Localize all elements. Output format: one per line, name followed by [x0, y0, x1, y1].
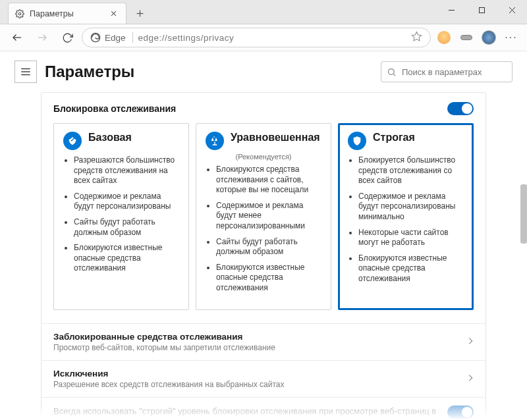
- settings-header: Параметры Поиск в параметрах: [0, 51, 527, 92]
- inprivate-strict-row: Всегда использовать "строгий" уровень бл…: [42, 397, 485, 420]
- row-subtitle: Просмотр веб-сайтов, которым мы запретил…: [53, 343, 460, 352]
- tracking-card-basic[interactable]: Базовая Разрешаются большинство средств …: [53, 123, 189, 310]
- page-title: Параметры: [45, 63, 134, 81]
- row-subtitle: Разрешение всех средств отслеживания на …: [53, 380, 460, 389]
- card-item: Блокируются средства отслеживания с сайт…: [216, 165, 321, 196]
- svg-line-17: [393, 74, 395, 76]
- new-tab-button[interactable]: [130, 4, 149, 22]
- card-item: Сайты будут работать должным образом: [216, 237, 321, 257]
- card-title: Базовая: [88, 132, 132, 144]
- svg-rect-6: [479, 7, 484, 13]
- site-identity-label: Edge: [105, 33, 126, 43]
- card-title: Уравновешенная: [231, 132, 320, 144]
- profile-button[interactable]: [480, 28, 498, 47]
- extension-1[interactable]: [435, 28, 453, 47]
- tab-title: Параметры: [30, 9, 74, 18]
- tracking-card-balanced[interactable]: Уравновешенная (Рекомендуется) Блокируют…: [196, 123, 331, 310]
- card-item: Блокируются известные опасные средства о…: [358, 253, 464, 284]
- svg-point-16: [389, 68, 395, 74]
- tab-strip: Параметры: [0, 3, 149, 24]
- back-button[interactable]: [7, 27, 28, 48]
- favorite-button[interactable]: [411, 31, 422, 44]
- avatar-icon: [482, 30, 496, 45]
- balanced-icon: [206, 132, 224, 150]
- address-bar[interactable]: Edge edge://settings/privacy: [82, 28, 431, 47]
- inprivate-strict-toggle[interactable]: [447, 406, 474, 419]
- card-item: Блокируется большинство средств отслежив…: [358, 155, 464, 186]
- recommended-label: (Рекомендуется): [206, 153, 321, 161]
- row-title: Заблокированные средства отслеживания: [53, 332, 460, 342]
- svg-point-0: [18, 13, 21, 15]
- card-title: Строгая: [373, 132, 415, 144]
- card-item: Содержимое и реклама будут менее персона…: [216, 201, 321, 232]
- forward-button[interactable]: [32, 27, 53, 48]
- card-item: Содержимое и реклама будут персонализиро…: [358, 192, 464, 223]
- window-minimize-button[interactable]: [436, 0, 466, 20]
- svg-marker-12: [412, 32, 421, 40]
- search-icon: [387, 67, 397, 77]
- browser-toolbar: Edge edge://settings/privacy ···: [0, 24, 527, 51]
- tracking-prevention-toggle[interactable]: [447, 102, 474, 115]
- blocked-trackers-row[interactable]: Заблокированные средства отслеживания Пр…: [42, 323, 485, 360]
- tab-close-button[interactable]: [107, 8, 119, 20]
- titlebar: Параметры: [0, 0, 527, 24]
- extension-2[interactable]: [457, 28, 476, 47]
- settings-menu-button[interactable]: [14, 61, 37, 83]
- strict-icon: [348, 132, 366, 150]
- chevron-right-icon: [467, 373, 474, 384]
- url-text: edge://settings/privacy: [138, 33, 235, 43]
- card-item: Некоторые части сайтов могут не работать: [358, 228, 464, 248]
- site-identity: Edge: [90, 32, 133, 43]
- row-title: Исключения: [53, 369, 460, 379]
- gear-icon: [15, 9, 24, 18]
- tracking-prevention-panel: Блокировка отслеживания Базовая Разрешаю…: [41, 92, 486, 420]
- tracking-card-strict[interactable]: Строгая Блокируется большинство средств …: [338, 123, 474, 310]
- tracking-prevention-label: Блокировка отслеживания: [53, 103, 176, 114]
- edge-icon: [90, 32, 101, 43]
- card-item: Блокируются известные опасные средства о…: [216, 263, 321, 294]
- exceptions-row[interactable]: Исключения Разрешение всех средств отсле…: [42, 360, 485, 397]
- search-placeholder: Поиск в параметрах: [402, 67, 482, 77]
- chevron-right-icon: [467, 336, 474, 348]
- window-controls: [436, 0, 527, 20]
- card-item: Блокируются известные опасные средства о…: [74, 243, 179, 274]
- tab-settings[interactable]: Параметры: [8, 3, 126, 24]
- settings-content: Блокировка отслеживания Базовая Разрешаю…: [0, 92, 527, 420]
- card-item: Содержимое и реклама будут персонализиро…: [74, 192, 179, 212]
- inprivate-strict-label: Всегда использовать "строгий" уровень бл…: [53, 406, 441, 420]
- card-item: Разрешаются большинство средств отслежив…: [74, 155, 179, 186]
- scrollbar-thumb[interactable]: [520, 184, 527, 244]
- card-item: Сайты будут работать должным образом: [74, 217, 179, 238]
- basic-icon: [63, 132, 82, 150]
- settings-search-input[interactable]: Поиск в параметрах: [381, 61, 513, 82]
- more-button[interactable]: ···: [502, 28, 520, 47]
- window-maximize-button[interactable]: [466, 0, 497, 20]
- refresh-button[interactable]: [57, 27, 78, 48]
- window-close-button[interactable]: [497, 0, 527, 20]
